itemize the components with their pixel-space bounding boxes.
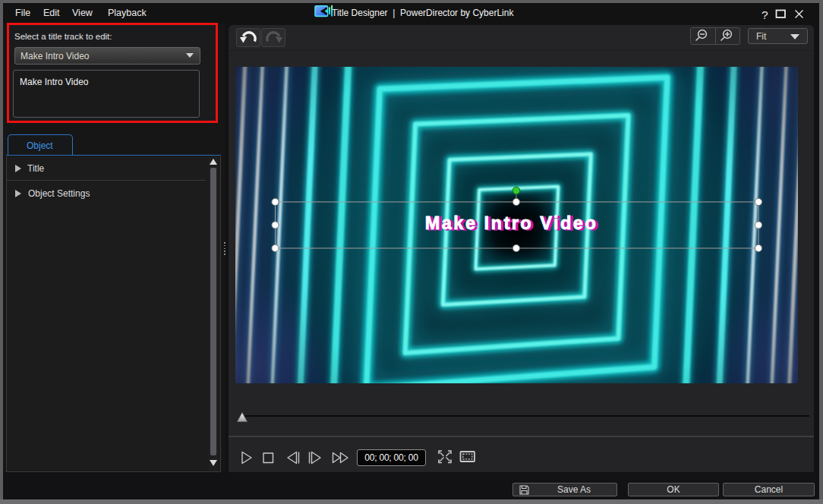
- svg-text:?: ?: [762, 8, 768, 21]
- svg-text:Make Intro Video: Make Intro Video: [425, 213, 598, 233]
